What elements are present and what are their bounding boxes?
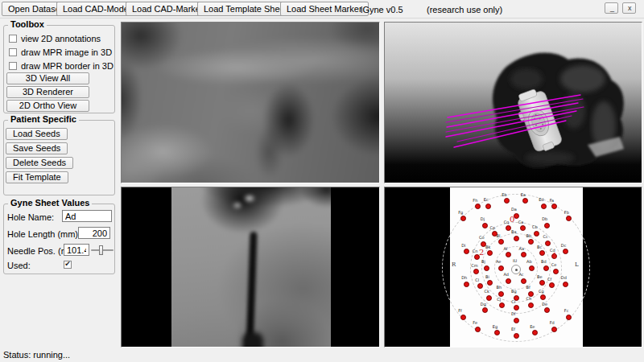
template-side-label-right-patient: R — [452, 261, 456, 268]
template-center-dot — [515, 269, 518, 271]
toolbox-title: Toolbox — [8, 19, 47, 29]
used-label: Used: — [7, 261, 31, 270]
template-hole-dot[interactable] — [521, 278, 526, 284]
template-hole-dot[interactable] — [464, 282, 469, 287]
used-checkbox-row[interactable] — [64, 260, 72, 269]
sidebar: Toolbox view 2D annotations draw MPR ima… — [0, 19, 119, 348]
checkbox-draw-mpr-border-3d[interactable]: draw MPR border in 3D — [9, 61, 114, 71]
template-hole-dot[interactable] — [528, 291, 534, 297]
template-hole-label: Ac — [519, 273, 524, 277]
needle-pos-input[interactable] — [64, 244, 89, 256]
template-hole-label: Eg — [493, 325, 497, 329]
toolbar: Open Dataset Load CAD-Model Load CAD-Mar… — [0, 0, 644, 19]
template-hole-dot[interactable] — [498, 291, 504, 297]
template-hole-label: Ba — [511, 230, 517, 234]
template-hole-dot[interactable] — [475, 327, 481, 332]
template-hole-label: Da — [511, 208, 517, 212]
template-hole-label: Ec — [484, 198, 489, 202]
template-hole-label: Af — [504, 247, 508, 251]
close-button[interactable]: x — [622, 2, 636, 14]
template-hole-label: Dd — [561, 276, 567, 280]
template-hole-dot[interactable] — [460, 315, 466, 320]
mri-sagittal-image — [121, 22, 380, 183]
template-center-label: IU — [513, 258, 517, 263]
checkbox-draw-mpr-image-3d[interactable]: draw MPR image in 3D — [9, 47, 112, 57]
template-hole-dot[interactable] — [539, 280, 545, 286]
viewport-3d-renderer[interactable] — [384, 22, 642, 183]
template-hole-label: Ad — [504, 273, 510, 277]
fit-template-button[interactable]: Fit Template — [6, 171, 68, 183]
template-hole-dot[interactable] — [539, 250, 545, 256]
template-hole-dot[interactable] — [460, 216, 466, 221]
template-hole-dot[interactable] — [514, 236, 519, 241]
3d-renderer-button[interactable]: 3D Renderer — [6, 86, 89, 98]
template-hole-dot[interactable] — [514, 318, 519, 323]
template-hole-dot[interactable] — [475, 204, 481, 209]
template-hole-label: Dh — [461, 276, 467, 280]
viewport-template-sheet[interactable]: AaAbAcAdAeAfBaBbBcBdBeBfBgBhBiBjBkBlCaCb… — [384, 187, 642, 348]
checkbox-box[interactable] — [9, 62, 17, 70]
template-hole-label: Ce — [551, 263, 557, 267]
template-hole-dot[interactable] — [486, 295, 492, 301]
delete-seeds-button[interactable]: Delete Seeds — [6, 157, 73, 169]
template-hole-dot[interactable] — [498, 265, 504, 271]
template-hole-dot[interactable] — [553, 269, 559, 274]
template-hole-dot[interactable] — [528, 302, 534, 308]
template-hole-label: Cj — [497, 298, 501, 302]
template-hole-label: Cl — [475, 278, 479, 282]
template-hole-label: Cq — [504, 220, 510, 224]
needle-pos-slider[interactable] — [91, 249, 114, 251]
load-seeds-button[interactable]: Load Seeds — [6, 128, 68, 140]
template-hole-dot[interactable] — [543, 265, 549, 271]
template-hole-dot[interactable] — [506, 278, 511, 284]
template-hole-dot[interactable] — [499, 302, 505, 308]
template-hole-label: Bf — [526, 286, 530, 290]
template-hole-label: Bi — [485, 275, 489, 279]
template-hole-dot[interactable] — [551, 327, 557, 332]
hole-length-input[interactable] — [78, 227, 110, 239]
template-hole-dot[interactable] — [521, 252, 526, 257]
template-hole-label: Bb — [526, 234, 532, 238]
template-hole-label: Fc — [564, 309, 569, 313]
hole-name-label: Hole Name: — [7, 212, 54, 222]
template-hole-dot[interactable] — [484, 265, 489, 271]
viewport-mri-sagittal[interactable] — [121, 22, 380, 183]
template-hole-dot[interactable] — [541, 204, 547, 209]
checkbox-label: draw MPR image in 3D — [21, 47, 112, 57]
igyne-window: Open Dataset Load CAD-Model Load CAD-Mar… — [0, 0, 644, 362]
used-checkbox[interactable] — [64, 261, 72, 269]
checkbox-label: draw MPR border in 3D — [21, 61, 114, 71]
hole-name-input[interactable] — [62, 210, 112, 222]
viewport-mri-axial[interactable] — [121, 187, 380, 348]
template-hole-label: Fb — [564, 211, 569, 215]
checkbox-box[interactable] — [9, 48, 17, 56]
template-hole-label: Ab — [526, 260, 532, 264]
3d-scene — [385, 23, 642, 183]
needle-pos-slider-handle[interactable] — [99, 245, 103, 255]
template-hole-dot[interactable] — [514, 333, 519, 339]
patient-specific-groupbox: Patient Specific Load Seeds Save Seeds D… — [3, 120, 115, 195]
template-hole-label: Bk — [485, 245, 490, 249]
template-hole-label: Fh — [473, 199, 477, 203]
patient-specific-title: Patient Specific — [8, 114, 79, 124]
checkbox-box[interactable] — [9, 35, 17, 43]
template-hole-dot[interactable] — [544, 223, 550, 228]
status-bar: Status: running... — [0, 348, 644, 362]
template-hole-dot[interactable] — [563, 282, 568, 287]
template-hole-dot[interactable] — [566, 315, 572, 320]
template-hole-label: Dc — [561, 244, 567, 248]
template-hole-dot[interactable] — [532, 330, 538, 335]
template-hole-dot[interactable] — [506, 252, 511, 257]
2d-ortho-view-button[interactable]: 2D Ortho View — [6, 100, 89, 112]
template-hole-dot[interactable] — [477, 283, 483, 289]
checkbox-view-2d-annotations[interactable]: view 2D annotations — [9, 34, 101, 43]
3d-view-all-button[interactable]: 3D View All — [6, 72, 89, 84]
template-hole-label: Bh — [497, 286, 502, 290]
load-sheet-marker-button[interactable]: Load Sheet Marker — [280, 2, 369, 16]
template-hole-label: Fa — [550, 199, 554, 203]
template-hole-dot[interactable] — [529, 265, 535, 271]
save-seeds-button[interactable]: Save Seeds — [6, 142, 68, 154]
load-template-sheet-button[interactable]: Load Template Sheet — [197, 2, 294, 16]
template-hole-dot[interactable] — [544, 307, 550, 313]
minimize-button[interactable]: _ — [605, 2, 618, 14]
